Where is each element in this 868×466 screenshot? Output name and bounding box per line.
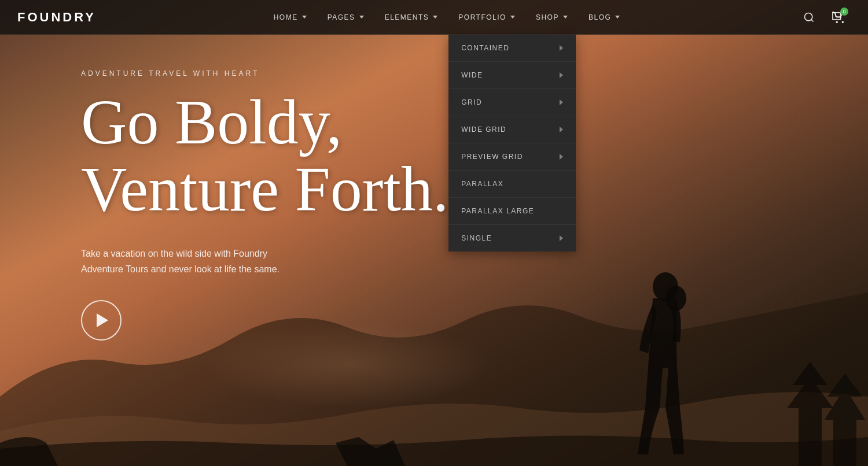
dropdown-item-grid[interactable]: GRID <box>448 89 576 116</box>
nav-link-home[interactable]: HOME <box>263 0 317 35</box>
nav-item-elements[interactable]: ELEMENTS <box>374 0 448 35</box>
play-button[interactable] <box>81 300 122 341</box>
chevron-right-icon <box>560 72 563 78</box>
dropdown-item-parallax[interactable]: PARALLAX <box>448 171 576 198</box>
hero-title: Go Boldy, Venture Forth. <box>81 89 448 223</box>
portfolio-dropdown: CONTAINED WIDE GRID WIDE GRID PREVIEW GR… <box>448 35 576 252</box>
nav-link-elements[interactable]: ELEMENTS <box>374 0 448 35</box>
nav-link-blog[interactable]: BLOG <box>578 0 630 35</box>
nav-item-shop[interactable]: SHOP <box>525 0 578 35</box>
hero-content: ADVENTURE TRAVEL WITH HEART Go Boldy, Ve… <box>81 69 448 341</box>
nav-right: 0 <box>797 5 851 29</box>
chevron-right-icon <box>560 154 563 160</box>
navbar: FOUNDRY HOME PAGES ELEMENTS PORTFOLIO <box>0 0 868 35</box>
chevron-down-icon <box>433 16 437 19</box>
svg-line-1 <box>811 19 814 21</box>
svg-rect-2 <box>833 12 841 19</box>
chevron-down-icon <box>302 16 307 19</box>
nav-item-pages[interactable]: PAGES <box>317 0 374 35</box>
chevron-down-icon <box>563 16 568 19</box>
nav-link-portfolio[interactable]: PORTFOLIO <box>448 0 525 35</box>
logo: FOUNDRY <box>17 10 96 25</box>
chevron-down-icon <box>510 16 515 19</box>
search-button[interactable] <box>797 6 821 29</box>
chevron-down-icon <box>359 16 364 19</box>
chevron-right-icon <box>560 235 563 241</box>
dropdown-item-single[interactable]: SINGLE <box>448 225 576 252</box>
chevron-right-icon <box>560 99 563 105</box>
svg-point-0 <box>805 13 812 20</box>
chevron-right-icon <box>560 45 563 51</box>
nav-item-home[interactable]: HOME <box>263 0 317 35</box>
nav-item-portfolio[interactable]: PORTFOLIO CONTAINED WIDE GRID WIDE <box>448 0 525 35</box>
dropdown-item-parallax-large[interactable]: PARALLAX LARGE <box>448 198 576 225</box>
hero-subtitle: ADVENTURE TRAVEL WITH HEART <box>81 69 448 77</box>
chevron-right-icon <box>560 127 563 132</box>
nav-item-blog[interactable]: BLOG <box>578 0 630 35</box>
play-icon <box>97 313 108 327</box>
nav-links: HOME PAGES ELEMENTS PORTFOLIO <box>263 0 631 35</box>
dropdown-item-wide[interactable]: WIDE <box>448 62 576 89</box>
cart-count: 0 <box>840 8 848 16</box>
nav-link-pages[interactable]: PAGES <box>317 0 374 35</box>
svg-point-4 <box>842 21 843 23</box>
hero-description: Take a vacation on the wild side with Fo… <box>81 246 448 277</box>
dropdown-item-contained[interactable]: CONTAINED <box>448 35 576 62</box>
svg-point-3 <box>836 21 837 23</box>
dropdown-item-preview-grid[interactable]: PREVIEW GRID <box>448 143 576 171</box>
cart-button[interactable]: 0 <box>826 5 851 29</box>
chevron-down-icon <box>615 16 620 19</box>
dropdown-item-wide-grid[interactable]: WIDE GRID <box>448 116 576 143</box>
nav-link-shop[interactable]: SHOP <box>525 0 578 35</box>
